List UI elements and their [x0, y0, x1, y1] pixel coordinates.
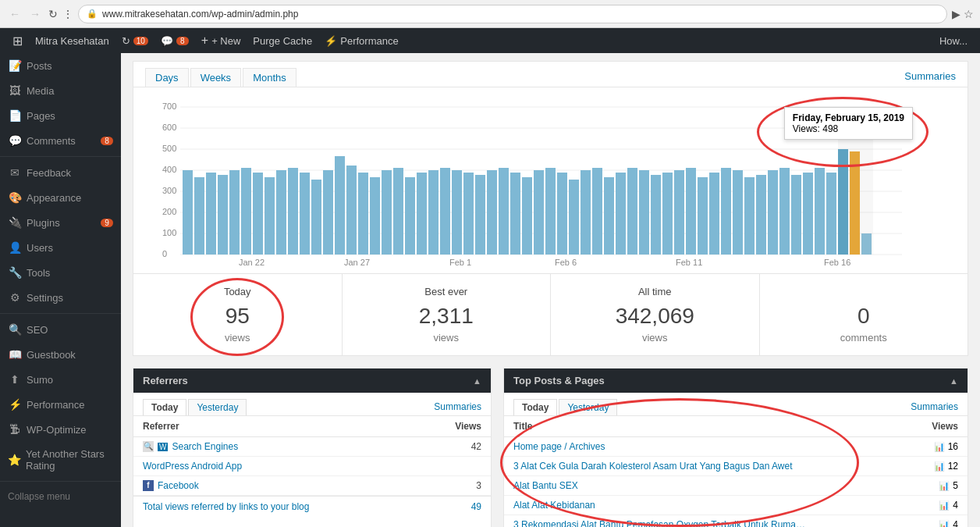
svg-rect-51: [592, 168, 602, 255]
top-posts-title: Top Posts & Pages: [513, 375, 605, 386]
site-name-item[interactable]: Mitra Kesehatan: [29, 28, 115, 53]
svg-rect-46: [534, 170, 544, 255]
wp-icon: ⊞: [12, 34, 23, 48]
new-item[interactable]: + + New: [195, 28, 247, 53]
chart-container: Friday, February 15, 2019 Views: 498 700…: [133, 87, 968, 273]
sidebar-item-sumo[interactable]: ⬆ Sumo: [0, 367, 121, 392]
sidebar-item-label: Yet Another Stars Rating: [26, 448, 113, 472]
search-engines-count: 42: [471, 441, 481, 452]
svg-text:Feb 1: Feb 1: [449, 258, 471, 267]
tab-weeks[interactable]: Weeks: [190, 68, 242, 87]
sumo-icon: ⬆: [8, 373, 22, 386]
top-posts-summaries-link[interactable]: Summaries: [911, 401, 958, 415]
apps-button[interactable]: ⋮: [62, 8, 73, 20]
svg-rect-21: [241, 168, 251, 255]
post-link-0[interactable]: Home page / Archives: [513, 441, 605, 452]
top-posts-panel: Top Posts & Pages ▲ Today Yesterday Summ…: [503, 368, 968, 527]
views-col-label-posts: Views: [932, 421, 958, 432]
bottom-section: Referrers ▲ Today Yesterday Summaries Re…: [133, 368, 968, 527]
post-link-4[interactable]: 3 Rekomendasi Alat Bantu Pemafasan Oxyge…: [513, 519, 810, 527]
reload-button[interactable]: ↻: [48, 8, 58, 20]
post-link-3[interactable]: Alat Alat Kebidanan: [513, 500, 595, 511]
referrers-summaries-link[interactable]: Summaries: [434, 401, 481, 415]
wp-admin-bar: ⊞ Mitra Kesehatan ↻ 10 💬 8 + + New Purge…: [0, 28, 980, 53]
sidebar-item-performance[interactable]: ⚡ Performance: [0, 392, 121, 417]
post-link-1[interactable]: 3 Alat Cek Gula Darah Kolesterol Asam Ur…: [513, 461, 793, 472]
howdy-item[interactable]: How...: [933, 28, 974, 53]
sidebar-item-plugins[interactable]: 🔌 Plugins 9: [0, 210, 121, 235]
bar-chart-icon-2: 📊: [939, 481, 950, 491]
sidebar-item-guestbook[interactable]: 📖 Guestbook: [0, 342, 121, 367]
sidebar-item-settings[interactable]: ⚙ Settings: [0, 285, 121, 310]
svg-text:Feb 11: Feb 11: [676, 258, 702, 267]
svg-rect-18: [206, 173, 216, 255]
forward-button[interactable]: →: [27, 6, 44, 22]
tab-referrers-today[interactable]: Today: [143, 399, 186, 415]
comments-icon: 💬: [8, 134, 22, 147]
svg-rect-23: [265, 177, 275, 255]
browser-actions[interactable]: ▶ ☆: [952, 8, 974, 20]
facebook-link[interactable]: f Facebook: [143, 480, 199, 491]
svg-rect-56: [651, 175, 661, 255]
comments-item[interactable]: 💬 8: [154, 28, 195, 53]
browser-url-bar[interactable]: 🔒 www.mitrakesehatan.com/wp-admin/admin.…: [78, 5, 947, 23]
sidebar-item-users[interactable]: 👤 Users: [0, 235, 121, 260]
referrers-chevron[interactable]: ▲: [473, 376, 481, 386]
sidebar-item-posts[interactable]: 📝 Posts: [0, 53, 121, 78]
tab-months[interactable]: Months: [243, 68, 296, 87]
sidebar-item-label: Sumo: [27, 374, 53, 386]
pages-icon: 📄: [8, 109, 22, 122]
referrers-total: Total views referred by links to your bl…: [133, 496, 491, 517]
wp-logo-item[interactable]: ⊞: [6, 28, 29, 53]
cast-button[interactable]: ▶: [952, 8, 960, 20]
tooltip-date: Friday, February 15, 2019: [793, 112, 904, 123]
top-posts-tabs: Today Yesterday Summaries: [504, 393, 968, 416]
post-link-2[interactable]: Alat Bantu SEX: [513, 480, 578, 491]
referrer-row-facebook: f Facebook 3: [133, 476, 491, 496]
tab-referrers-yesterday[interactable]: Yesterday: [188, 399, 247, 415]
sidebar-item-label: Posts: [27, 60, 52, 72]
sidebar-item-tools[interactable]: 🔧 Tools: [0, 260, 121, 285]
svg-text:0: 0: [162, 249, 167, 258]
search-engines-link[interactable]: 🔍 W Search Engines: [143, 441, 238, 452]
browser-nav[interactable]: ← →: [6, 6, 44, 22]
android-app-link[interactable]: WordPress Android App: [143, 461, 242, 472]
svg-rect-43: [499, 168, 509, 255]
bookmark-button[interactable]: ☆: [964, 8, 974, 20]
back-button[interactable]: ←: [6, 6, 23, 22]
sidebar-item-appearance[interactable]: 🎨 Appearance: [0, 185, 121, 210]
sidebar-item-yasr[interactable]: ⭐ Yet Another Stars Rating: [0, 442, 121, 478]
sidebar-item-pages[interactable]: 📄 Pages: [0, 103, 121, 128]
tools-icon: 🔧: [8, 266, 22, 279]
updates-item[interactable]: ↻ 10: [115, 28, 154, 53]
top-posts-chevron[interactable]: ▲: [950, 376, 958, 386]
sidebar-item-comments[interactable]: 💬 Comments 8: [0, 128, 121, 153]
sidebar-item-wp-optimize[interactable]: 🗜 WP-Optimize: [0, 417, 121, 442]
sidebar-item-feedback[interactable]: ✉ Feedback: [0, 160, 121, 185]
svg-rect-44: [510, 173, 520, 255]
tab-posts-today[interactable]: Today: [513, 399, 557, 415]
collapse-menu[interactable]: Collapse menu: [0, 485, 121, 508]
chart-summaries-link[interactable]: Summaries: [904, 70, 956, 87]
svg-rect-61: [709, 173, 719, 255]
svg-rect-69: [803, 173, 813, 255]
tab-days[interactable]: Days: [145, 68, 189, 87]
bar-chart-icon-1: 📊: [934, 461, 945, 472]
sidebar-item-seo[interactable]: 🔍 SEO: [0, 317, 121, 342]
tab-posts-yesterday[interactable]: Yesterday: [559, 399, 617, 415]
all-time-comments-unit: comments: [776, 332, 953, 344]
purge-cache-item[interactable]: Purge Cache: [247, 28, 318, 53]
sidebar-item-media[interactable]: 🖼 Media: [0, 78, 121, 103]
sidebar-item-label: Performance: [27, 399, 84, 411]
referrers-tabs: Today Yesterday Summaries: [133, 393, 491, 416]
svg-rect-60: [698, 177, 708, 255]
plus-icon: +: [201, 34, 208, 48]
purge-cache-label: Purge Cache: [253, 35, 312, 47]
svg-rect-57: [662, 173, 673, 255]
post-row-1: 3 Alat Cek Gula Darah Kolesterol Asam Ur…: [504, 457, 968, 476]
refresh-icon: ↻: [122, 35, 130, 47]
sidebar-divider-3: [0, 481, 121, 482]
performance-item[interactable]: ⚡ Performance: [318, 28, 404, 53]
performance-label: Performance: [340, 35, 398, 47]
svg-text:100: 100: [162, 228, 176, 237]
